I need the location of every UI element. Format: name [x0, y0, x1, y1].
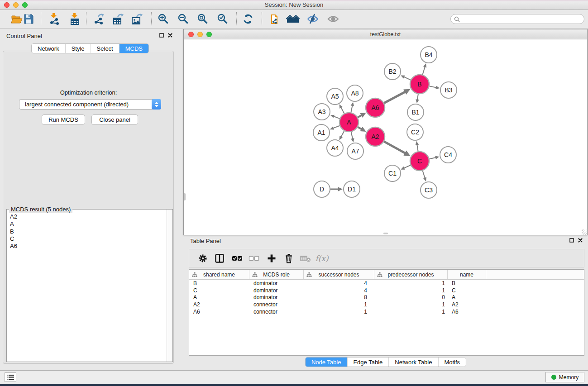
float-table-panel-icon[interactable] [569, 238, 574, 243]
edge-arrowhead [330, 115, 335, 118]
graph-node-label: A1 [317, 129, 325, 136]
criterion-select[interactable]: largest connected component (directed) [19, 99, 161, 110]
mcds-result-list: A2ABCA6 [10, 213, 17, 250]
toolbar-separator [41, 12, 41, 26]
vertical-scroll-thumb[interactable] [184, 193, 186, 200]
table-tab-motifs[interactable]: Motifs [438, 357, 466, 367]
memory-label: Memory [559, 374, 578, 381]
import-table-button[interactable] [68, 12, 82, 26]
table-cell: A2 [189, 301, 249, 308]
column-header-predecessor-nodes[interactable]: predecessor nodes [374, 270, 448, 279]
table-row[interactable]: Adominator80A [189, 294, 584, 301]
graph-node-label: B4 [425, 51, 432, 58]
control-panel-tabs: NetworkStyleSelectMCDS [31, 43, 149, 53]
toolbar-separator [151, 12, 152, 26]
table-cell: 8 [304, 294, 374, 300]
close-table-panel-icon[interactable] [578, 238, 583, 243]
tab-select[interactable]: Select [91, 44, 119, 53]
main-titlebar: Session: New Session [0, 0, 588, 10]
mcds-result-item[interactable]: B [10, 228, 17, 235]
graph-node-label: B2 [388, 68, 396, 75]
close-panel-icon[interactable] [168, 33, 172, 38]
fit-content-button[interactable] [196, 12, 210, 26]
task-history-button[interactable] [5, 372, 16, 382]
network-canvas[interactable]: B4B2BB3A5A8A6A3B1AA1C2A2A4A7CC4C1C3DD1 [184, 40, 587, 235]
table-options-gear-icon[interactable] [196, 252, 210, 265]
column-header-name[interactable]: name [448, 270, 486, 279]
tab-mcds[interactable]: MCDS [119, 44, 148, 53]
table-row[interactable]: A2connector11A2 [189, 301, 584, 308]
edge-arrowhead [423, 63, 426, 67]
graph-node-label: A3 [318, 108, 325, 115]
deselect-all-rows-icon[interactable] [247, 252, 261, 265]
window-resize-grip[interactable] [582, 229, 587, 235]
zoom-selected-button[interactable] [215, 12, 230, 26]
search-input[interactable] [460, 16, 584, 22]
column-header-filler [486, 270, 584, 279]
network-graph[interactable]: B4B2BB3A5A8A6A3B1AA1C2A2A4A7CC4C1C3DD1 [184, 40, 587, 235]
horizontal-scroll-thumb[interactable] [383, 233, 388, 234]
hide-graphics-details-icon[interactable] [306, 12, 320, 26]
mcds-result-item[interactable]: A [10, 220, 17, 228]
tab-style[interactable]: Style [65, 44, 91, 53]
create-column-icon[interactable] [265, 252, 278, 265]
graph-node-label: C3 [425, 186, 433, 194]
mcds-result-item[interactable]: A6 [10, 243, 17, 250]
edge-arrowhead [351, 102, 354, 106]
show-graphics-details-icon[interactable] [326, 12, 340, 26]
column-header-icon [306, 272, 312, 277]
table-row[interactable]: Bdominator41B [189, 280, 584, 287]
column-header-icon [252, 272, 258, 277]
table-cell: connector [249, 301, 304, 308]
result-scrollbar[interactable] [167, 210, 172, 362]
table-tab-network-table[interactable]: Network Table [388, 357, 438, 367]
network-window-titlebar[interactable]: testGlobe.txt [184, 29, 587, 39]
delete-column-trash-icon[interactable] [282, 252, 296, 265]
import-network-button[interactable] [47, 12, 62, 26]
table-cell: A6 [448, 309, 486, 315]
desktop-background-strip [0, 384, 588, 386]
table-cell: 1 [304, 309, 374, 315]
run-mcds-button[interactable]: Run MCDS [42, 114, 85, 125]
export-image-button[interactable] [130, 12, 144, 26]
save-session-button[interactable] [21, 12, 36, 26]
table-tabs: Node TableEdge TableNetwork TableMotifs [305, 357, 466, 367]
table-row[interactable]: A6connector11A6 [189, 308, 584, 315]
edge-arrowhead [338, 187, 343, 191]
table-row[interactable]: Cdominator41C [189, 287, 584, 294]
table-tab-node-table[interactable]: Node Table [306, 357, 347, 367]
table-cell: A6 [189, 309, 249, 315]
home-button[interactable] [286, 12, 300, 26]
graph-node-label: C2 [411, 129, 419, 136]
graph-edge-A6-B[interactable] [384, 91, 407, 103]
zoom-in-button[interactable] [156, 12, 171, 26]
column-header-mcds-role[interactable]: MCDS role [249, 270, 304, 279]
close-panel-button[interactable]: Close panel [91, 114, 138, 125]
refresh-view-button[interactable] [241, 12, 255, 26]
destroy-table-icon[interactable] [299, 252, 312, 265]
new-network-from-selection-button[interactable] [268, 12, 282, 26]
graph-node-label: C4 [444, 151, 452, 158]
graph-node-label: A5 [331, 93, 339, 100]
memory-button[interactable]: Memory [545, 372, 584, 382]
table-tab-edge-table[interactable]: Edge Table [347, 357, 388, 367]
graph-node-label: B [417, 81, 421, 88]
graph-edge-A2-C[interactable] [384, 142, 407, 154]
tab-network[interactable]: Network [32, 44, 65, 53]
function-builder-icon[interactable]: f(x) [315, 252, 329, 265]
column-header-successor-nodes[interactable]: successor nodes [304, 270, 374, 279]
export-table-button[interactable] [111, 12, 125, 26]
zoom-out-button[interactable] [176, 12, 191, 26]
table-cell: 1 [374, 301, 448, 308]
graph-node-label: D1 [348, 186, 356, 193]
float-panel-icon[interactable] [159, 33, 164, 38]
status-bar: Memory [0, 370, 588, 384]
select-all-rows-icon[interactable] [230, 252, 244, 265]
show-columns-icon[interactable] [213, 252, 226, 265]
mcds-result-item[interactable]: C [10, 235, 17, 243]
export-network-button[interactable] [91, 12, 106, 26]
table-cell: B [448, 280, 486, 286]
column-header-shared-name[interactable]: shared name [189, 270, 249, 279]
graph-node-label: A4 [331, 144, 339, 152]
mcds-result-item[interactable]: A2 [10, 213, 17, 220]
